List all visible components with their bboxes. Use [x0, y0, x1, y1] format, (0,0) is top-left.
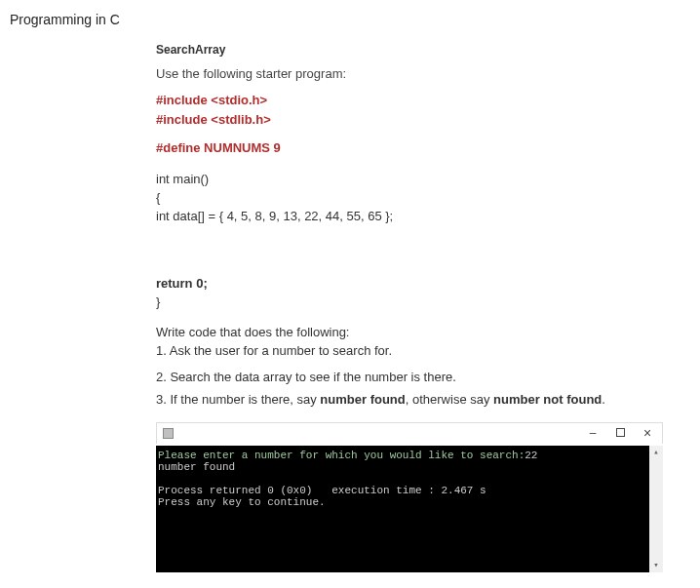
number-found-text: number found: [320, 392, 405, 407]
console-window: Please enter a number for which you woul…: [156, 422, 663, 572]
task-1: 1. Ask the user for a number to search f…: [156, 343, 681, 358]
tasks-intro: Write code that does the following:: [156, 325, 681, 339]
console-app-icon: [163, 428, 174, 439]
code-close-brace: }: [156, 294, 681, 309]
page-title: Programming in C: [0, 0, 700, 35]
code-data-line: int data[] = { 4, 5, 8, 9, 13, 22, 44, 5…: [156, 209, 681, 223]
code-define: #define NUMNUMS 9: [156, 138, 681, 158]
task-3-pre: 3. If the number is there, say: [156, 392, 320, 407]
task-3-mid2: , otherwise say: [406, 392, 493, 407]
code-include-stdlib: #include <stdlib.h>: [156, 110, 681, 130]
console-body: Please enter a number for which you woul…: [156, 446, 663, 572]
minimize-button[interactable]: [586, 426, 600, 440]
task-3: 3. If the number is there, say number fo…: [156, 392, 681, 407]
scroll-up-icon[interactable]: ▴: [649, 446, 663, 459]
console-result-line: number found: [158, 461, 235, 473]
close-button[interactable]: [641, 425, 654, 441]
code-main-decl: int main(): [156, 172, 681, 186]
content-area: SearchArray Use the following starter pr…: [156, 43, 681, 572]
section-heading: SearchArray: [156, 43, 681, 57]
maximize-icon: [616, 428, 625, 437]
console-prompt-line: Please enter a number for which you woul…: [158, 450, 525, 461]
console-press-key-line: Press any key to continue.: [158, 496, 326, 508]
code-open-brace: {: [156, 190, 681, 205]
task-3-dot: .: [602, 392, 605, 407]
console-titlebar: [156, 422, 663, 444]
console-input-value: 22: [525, 450, 537, 461]
number-not-found-text: number not found: [493, 392, 602, 407]
window-controls: [586, 425, 654, 441]
maximize-button[interactable]: [613, 426, 627, 440]
starter-label: Use the following starter program:: [156, 66, 681, 81]
console-scrollbar[interactable]: ▴ ▾: [649, 446, 663, 572]
console-process-line: Process returned 0 (0x0) execution time …: [158, 485, 486, 496]
code-include-stdio: #include <stdio.h>: [156, 91, 681, 110]
task-2: 2. Search the data array to see if the n…: [156, 370, 681, 384]
code-return: return 0;: [156, 276, 681, 291]
scroll-down-icon[interactable]: ▾: [649, 559, 663, 572]
